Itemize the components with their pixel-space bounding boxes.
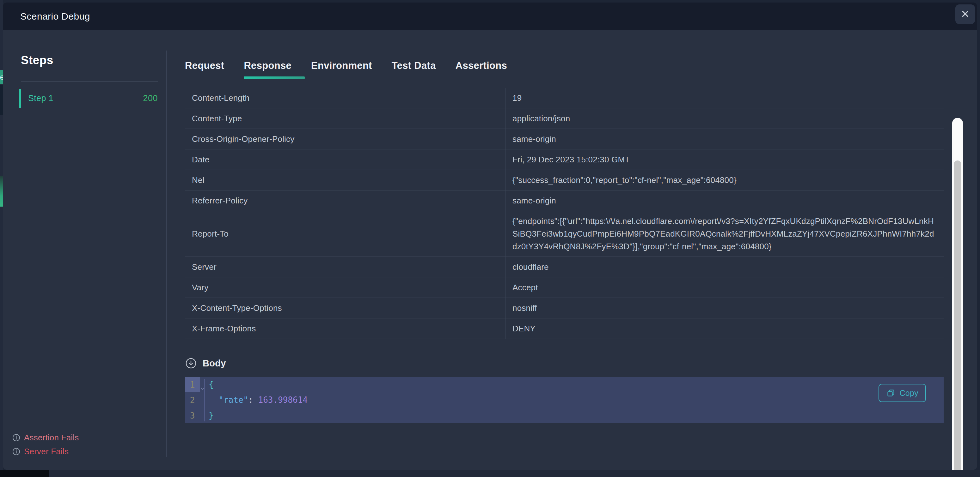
tab-environment[interactable]: Environment [311,60,372,79]
background-green-block [0,176,3,207]
code-gutter: 123 [185,377,205,423]
scrollbar-thumb[interactable] [954,160,961,470]
background-dark-block [0,85,3,115]
header-value-text: cloudflare [512,261,549,273]
header-row-x-frame-options: X-Frame-OptionsDENY [185,319,943,339]
header-row-date: DateFri, 29 Dec 2023 15:02:30 GMT [185,149,943,170]
header-row-x-content-type-options: X-Content-Type-Optionsnosniff [185,298,943,319]
body-heading-label: Body [203,358,226,369]
scenario-debug-modal: Scenario Debug Steps Step 1200 Assertion… [3,3,977,470]
header-value: 19 [505,88,943,108]
header-row-nel: Nel{"success_fraction":0,"report_to":"cf… [185,170,943,190]
steps-sidebar: Steps Step 1200 Assertion FailsServer Fa… [3,30,167,470]
header-row-vary: VaryAccept [185,277,943,298]
footer-link-label: Assertion Fails [24,433,79,442]
footer-link-assertion-fails[interactable]: Assertion Fails [12,433,79,442]
header-name: Content-Length [185,88,505,108]
header-name: X-Content-Type-Options [185,298,505,318]
gutter-line-2: 2 [185,392,200,408]
header-row-report-to: Report-To{"endpoints":[{"url":"https:\/\… [185,211,943,257]
download-circle-icon[interactable] [185,357,197,369]
header-row-referrer-policy: Referrer-Policysame-origin [185,190,943,211]
header-value-text: Fri, 29 Dec 2023 15:02:30 GMT [512,153,630,166]
code-line-2: "rate": 163.998614 [208,392,943,408]
modal-titlebar: Scenario Debug [3,3,977,30]
token-brace: } [208,410,214,420]
header-value: Fri, 29 Dec 2023 15:02:30 GMT [505,149,943,170]
header-name: Content-Type [185,108,505,128]
step-label: Step 1 [28,93,53,103]
code-line-1: { [208,377,943,392]
gutter-line-1: 1 [185,377,200,392]
token-number: 163.998614 [258,395,308,405]
header-name: Referrer-Policy [185,190,505,211]
copy-button[interactable]: Copy [878,384,926,402]
steps-heading: Steps [21,54,167,67]
sidebar-footer: Assertion FailsServer Fails [12,433,79,456]
scrollbar-track[interactable] [952,118,963,470]
header-value-text: {"success_fraction":0,"report_to":"cf-ne… [512,174,737,186]
header-value: {"success_fraction":0,"report_to":"cf-ne… [505,170,943,190]
header-name: X-Frame-Options [185,319,505,339]
tab-bar: RequestResponseEnvironmentTest DataAsser… [185,60,977,79]
code-line-3: } [208,408,943,423]
header-value: cloudflare [505,257,943,277]
header-value: Accept [505,277,943,298]
token-plain [208,395,218,405]
step-status-badge: 200 [143,93,158,103]
sidebar-step-step-1[interactable]: Step 1200 [19,89,158,108]
info-icon [12,433,21,442]
header-name: Date [185,149,505,170]
header-name: Server [185,257,505,277]
code-content: { "rate": 163.998614} [205,377,943,423]
response-headers-table: Content-Length19Content-Typeapplication/… [185,88,943,339]
footer-link-server-fails[interactable]: Server Fails [12,447,79,456]
tab-request[interactable]: Request [185,60,224,79]
background-page-bottom-edge [0,470,980,477]
header-row-content-length: Content-Length19 [185,88,943,108]
header-value-text: same-origin [512,133,556,145]
tab-response[interactable]: Response [244,60,291,79]
token-brace: { [208,380,214,389]
header-value: same-origin [505,129,943,149]
footer-link-label: Server Fails [24,447,68,456]
token-key: "rate" [218,395,248,405]
tab-assertions[interactable]: Assertions [455,60,507,79]
header-value: {"endpoints":[{"url":"https:\/\/a.nel.cl… [505,211,943,257]
copy-button-label: Copy [899,388,918,398]
background-bottom-left-block [0,470,49,477]
header-value-text: DENY [512,322,536,335]
header-name: Cross-Origin-Opener-Policy [185,129,505,149]
header-row-server: Servercloudflare [185,257,943,277]
header-value: DENY [505,319,943,339]
gutter-line-3: 3 [185,408,200,423]
sidebar-divider [21,81,158,82]
token-plain: : [248,395,258,405]
header-value-text: nosniff [512,302,537,314]
header-value-text: 19 [512,92,522,104]
header-name: Vary [185,277,505,298]
fold-chevron-icon[interactable] [200,382,205,392]
modal-title: Scenario Debug [20,11,90,22]
header-value-text: same-origin [512,194,556,207]
close-icon [961,10,970,19]
header-row-content-type: Content-Typeapplication/json [185,108,943,129]
close-button[interactable] [955,5,975,24]
header-value: nosniff [505,298,943,318]
copy-icon [886,388,896,398]
header-value: same-origin [505,190,943,211]
body-section-heading: Body [185,357,977,369]
modal-body: Steps Step 1200 Assertion FailsServer Fa… [3,30,977,470]
info-icon [12,447,21,456]
header-name: Report-To [185,211,505,257]
header-value-text: {"endpoints":[{"url":"https:\/\/a.nel.cl… [512,215,934,253]
main-content: RequestResponseEnvironmentTest DataAsser… [167,30,977,470]
header-name: Nel [185,170,505,190]
response-body-code-block: 123 { "rate": 163.998614} Copy [185,377,943,423]
header-value-text: application/json [512,112,570,125]
tab-test-data[interactable]: Test Data [392,60,436,79]
background-page-left-edge: e [0,0,3,477]
header-value: application/json [505,108,943,128]
header-row-cross-origin-opener-policy: Cross-Origin-Opener-Policysame-origin [185,129,943,149]
step-list: Step 1200 [19,89,167,108]
